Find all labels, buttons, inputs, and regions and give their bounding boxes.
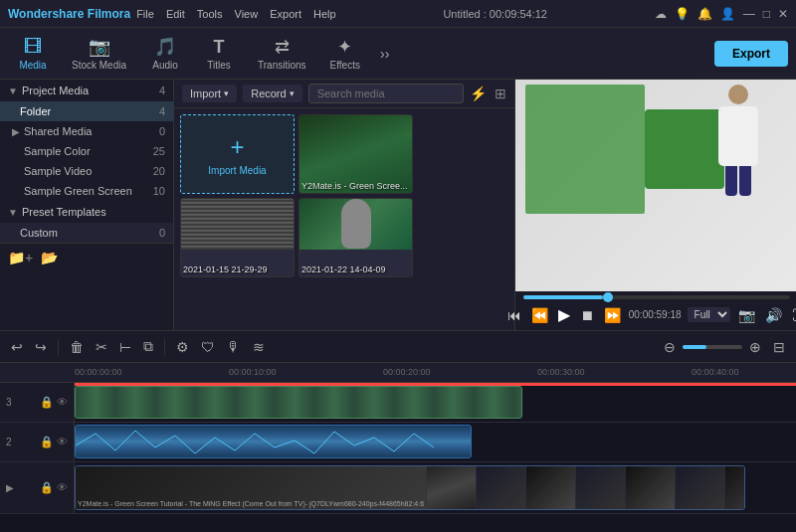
folder-count: 4 xyxy=(159,105,165,117)
import-button[interactable]: Import ▾ xyxy=(182,85,237,102)
sidebar-section-project-media: ▼ Project Media 4 Folder 4 xyxy=(0,80,173,121)
media-thumb-gs2[interactable]: 2021-01-22 14-04-09 xyxy=(298,198,413,277)
toolbar: 🎞 Media 📷 Stock Media 🎵 Audio T Titles ⇄… xyxy=(0,28,796,80)
track-1-eye-icon[interactable]: 👁 xyxy=(57,481,68,494)
redo-button[interactable]: ↪ xyxy=(32,336,50,358)
win-restore[interactable]: □ xyxy=(763,7,770,21)
sample-video-count: 20 xyxy=(153,165,165,177)
import-arrow-icon: ▾ xyxy=(224,89,229,98)
tab-transitions[interactable]: ⇄ Transitions xyxy=(248,32,316,75)
delete-clip-button[interactable]: 🗑 xyxy=(67,336,87,358)
track-1-content: Y2Mate.is - Green Screen Tutorial - The … xyxy=(75,462,796,513)
titlebar: Wondershare Filmora File Edit Tools View… xyxy=(0,0,796,28)
track-1-icons: 🔒 👁 xyxy=(40,481,68,494)
minimize-button[interactable]: ☁ xyxy=(655,7,667,21)
win-close[interactable]: ✕ xyxy=(778,7,788,21)
track-lock-icon[interactable]: 🔒 xyxy=(40,396,54,409)
step-back-button[interactable]: ⏪ xyxy=(529,305,550,325)
progress-handle[interactable] xyxy=(603,292,613,302)
tab-effects[interactable]: ✦ Effects xyxy=(320,32,370,75)
tab-titles[interactable]: T Titles xyxy=(194,33,244,75)
zoom-slider-fill xyxy=(683,345,706,349)
menu-export[interactable]: Export xyxy=(270,8,301,20)
win-minimize[interactable]: — xyxy=(743,7,755,21)
sample-video-label: Sample Video xyxy=(24,165,92,177)
tab-audio[interactable]: 🎵 Audio xyxy=(140,32,190,75)
shield-icon[interactable]: 🛡 xyxy=(198,336,218,358)
step-forward-button[interactable]: ⏩ xyxy=(602,305,623,325)
rewind-button[interactable]: ⏮ xyxy=(505,305,523,325)
media-import-thumb[interactable]: + Import Media xyxy=(180,114,295,194)
separator-2 xyxy=(164,339,165,355)
sidebar-item-sample-video[interactable]: Sample Video 20 xyxy=(0,161,173,181)
track-3-content xyxy=(75,383,796,422)
media-grid: + Import Media Y2Mate.is - Green Scree..… xyxy=(174,108,514,330)
quality-select[interactable]: Full xyxy=(688,307,730,322)
toolbar-more-button[interactable]: ›› xyxy=(374,46,395,62)
sidebar-item-shared-media[interactable]: ▶ Shared Media 0 xyxy=(0,121,173,141)
collapsed-arrow-icon: ▶ xyxy=(12,126,20,137)
sidebar-item-sample-green[interactable]: Sample Green Screen 10 xyxy=(0,181,173,201)
folder-label: Folder xyxy=(20,105,51,117)
add-folder-icon[interactable]: 📁+ xyxy=(8,250,33,266)
track-2-icons: 🔒 👁 xyxy=(40,436,68,448)
cut-button[interactable]: ✂ xyxy=(93,336,110,358)
menu-file[interactable]: File xyxy=(136,8,154,20)
tab-media-label: Media xyxy=(19,60,46,71)
volume-button[interactable]: 🔊 xyxy=(763,305,784,325)
project-media-count: 4 xyxy=(159,85,165,96)
sidebar-header-project-media[interactable]: ▼ Project Media 4 xyxy=(0,80,173,101)
split-button[interactable]: ⊢ xyxy=(116,336,134,358)
crop-button[interactable]: ⧉ xyxy=(140,335,156,358)
fit-to-window-button[interactable]: ⊟ xyxy=(770,336,788,358)
menu-tools[interactable]: Tools xyxy=(197,8,223,20)
sidebar-item-sample-color[interactable]: Sample Color 25 xyxy=(0,141,173,161)
menu-edit[interactable]: Edit xyxy=(166,8,185,20)
track-play-icon[interactable]: ▶ xyxy=(6,482,14,493)
preview-progress-bar[interactable] xyxy=(523,295,790,299)
sidebar-header-preset[interactable]: ▼ Preset Templates xyxy=(0,201,173,223)
window-title: Untitled : 00:09:54:12 xyxy=(443,8,547,20)
media-thumb-noise[interactable]: 2021-01-15 21-29-29 xyxy=(180,198,295,277)
export-button[interactable]: Export xyxy=(714,41,788,67)
track-1-lock-icon[interactable]: 🔒 xyxy=(40,481,54,494)
track-2-lock-icon[interactable]: 🔒 xyxy=(40,436,54,448)
sidebar-item-custom[interactable]: Custom 0 xyxy=(0,223,173,243)
custom-count: 0 xyxy=(159,227,165,239)
track-eye-icon[interactable]: 👁 xyxy=(57,396,68,409)
sidebar-bottom-actions: 📁+ 📂 xyxy=(0,243,173,271)
media-filter-icons: ⚡ ⊞ xyxy=(470,86,506,101)
bell-icon: 🔔 xyxy=(697,7,712,21)
tab-media[interactable]: 🎞 Media xyxy=(8,33,58,75)
custom-label: Custom xyxy=(20,227,58,239)
filter-icon[interactable]: ⚡ xyxy=(470,86,487,101)
zoom-in-button[interactable]: ⊕ xyxy=(746,336,764,358)
tab-stock-media[interactable]: 📷 Stock Media xyxy=(62,32,136,75)
search-input[interactable] xyxy=(308,84,464,103)
zoom-out-button[interactable]: ⊖ xyxy=(661,336,679,358)
media-thumb-gs1-label: Y2Mate.is - Green Scree... xyxy=(301,181,410,191)
record-label: Record xyxy=(251,88,286,99)
camera-button[interactable]: 📷 xyxy=(736,305,757,325)
settings-icon[interactable]: ⚙ xyxy=(173,336,192,358)
track-2-clip[interactable] xyxy=(75,425,472,458)
track-1-video-clip[interactable]: Y2Mate.is - Green Screen Tutorial - The … xyxy=(75,465,745,511)
sidebar-item-folder[interactable]: Folder 4 xyxy=(0,101,173,121)
waveform-icon[interactable]: ≋ xyxy=(250,336,268,358)
stop-button[interactable]: ⏹ xyxy=(578,305,596,325)
menu-view[interactable]: View xyxy=(235,8,259,20)
menu-help[interactable]: Help xyxy=(313,8,336,20)
track-3-clip[interactable] xyxy=(75,386,522,419)
undo-button[interactable]: ↩ xyxy=(8,336,26,358)
grid-view-icon[interactable]: ⊞ xyxy=(495,86,506,101)
fullscreen-button[interactable]: ⛶ xyxy=(790,305,796,325)
record-button[interactable]: Record ▾ xyxy=(243,85,301,102)
track-2-eye-icon[interactable]: 👁 xyxy=(57,436,68,448)
zoom-slider[interactable] xyxy=(683,345,742,349)
play-button[interactable]: ▶ xyxy=(556,303,572,326)
track-3-icons: 🔒 👁 xyxy=(40,396,68,409)
media-thumb-gs1[interactable]: Y2Mate.is - Green Scree... xyxy=(298,114,413,194)
mic-icon[interactable]: 🎙 xyxy=(224,336,244,358)
ruler-mark-30: 00:00:30:00 xyxy=(537,367,585,377)
new-folder-icon[interactable]: 📂 xyxy=(41,250,58,266)
